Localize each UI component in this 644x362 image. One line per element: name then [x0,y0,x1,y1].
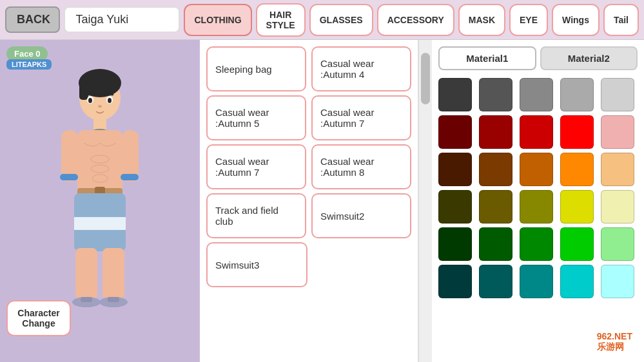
color-swatch-2[interactable] [520,78,553,111]
svg-rect-16 [102,248,124,300]
color-swatch-29[interactable] [601,265,634,298]
clothing-row-1: Casual wear :Autumn 5 Casual wear :Autum… [206,95,411,140]
nav-glasses[interactable]: GLASSES [309,4,373,36]
svg-point-27 [98,105,102,108]
watermark: 962.NET乐游网 [592,329,638,356]
svg-rect-14 [121,174,139,180]
color-panel: Material1 Material2 [432,40,644,362]
color-swatch-8[interactable] [560,115,594,149]
color-swatch-26[interactable] [479,265,512,298]
color-swatch-25[interactable] [438,265,472,298]
clothing-row-2: Casual wear :Autumn 7 Casual wear :Autum… [206,144,411,189]
color-swatch-28[interactable] [560,265,594,298]
nav-hairstyle[interactable]: HAIR STYLE [256,3,306,37]
main-content: Face 0 LITEAPKS [0,40,644,362]
nav-wings[interactable]: Wings [552,4,600,36]
color-swatch-18[interactable] [560,190,594,224]
material-tabs: Material1 Material2 [438,46,638,70]
svg-rect-6 [77,130,122,195]
clothing-list-panel: Sleeping bag Casual wear :Autumn 4 Casua… [200,40,419,362]
color-swatch-19[interactable] [601,190,634,224]
svg-rect-18 [81,297,92,302]
clothing-item-casual-autumn-7b[interactable]: Casual wear :Autumn 7 [206,144,306,189]
color-swatch-12[interactable] [520,153,553,186]
clothing-item-casual-autumn-7a[interactable]: Casual wear :Autumn 7 [311,95,411,140]
color-swatch-15[interactable] [438,190,472,224]
svg-rect-15 [75,248,97,300]
character-change-button[interactable]: Character Change [6,300,71,336]
color-swatch-6[interactable] [479,115,512,149]
nav-tail[interactable]: Tail [603,4,639,36]
material1-tab[interactable]: Material1 [438,46,536,70]
material2-tab[interactable]: Material2 [540,46,638,70]
color-swatch-13[interactable] [560,153,594,186]
svg-point-24 [108,98,112,103]
clothing-row-3: Track and field club Swimsuit2 [206,193,411,238]
back-button[interactable]: BACK [5,6,60,33]
character-panel: Face 0 LITEAPKS [0,40,200,362]
color-swatch-27[interactable] [520,265,553,298]
scroll-bar[interactable] [419,40,432,362]
color-swatch-24[interactable] [601,227,634,261]
color-grid [438,78,638,298]
nav-eye[interactable]: EYE [509,4,548,36]
clothing-row-0: Sleeping bag Casual wear :Autumn 4 [206,46,411,91]
clothing-item-casual-autumn-4[interactable]: Casual wear :Autumn 4 [311,46,411,91]
clothing-item-swimsuit3[interactable]: Swimsuit3 [206,242,307,287]
color-swatch-20[interactable] [438,227,472,261]
liteapks-badge: LITEAPKS [6,59,52,70]
svg-rect-2 [79,81,88,100]
top-bar: BACK Taiga Yuki CLOTHING HAIR STYLE GLAS… [0,0,644,40]
clothing-item-track-field[interactable]: Track and field club [206,193,306,238]
color-swatch-0[interactable] [438,78,472,111]
character-figure [48,69,151,339]
scroll-thumb[interactable] [421,53,430,104]
clothing-item-casual-autumn-5[interactable]: Casual wear :Autumn 5 [206,95,306,140]
color-swatch-22[interactable] [520,227,553,261]
clothing-item-sleeping-bag[interactable]: Sleeping bag [206,46,306,91]
nav-clothing[interactable]: CLOTHING [184,4,251,36]
color-swatch-23[interactable] [560,227,594,261]
svg-rect-20 [108,297,119,302]
color-swatch-7[interactable] [520,115,553,149]
color-swatch-17[interactable] [520,190,553,224]
color-swatch-3[interactable] [560,78,594,111]
color-swatch-16[interactable] [479,190,512,224]
svg-rect-10 [74,217,126,230]
color-swatch-9[interactable] [601,115,634,149]
character-name-display: Taiga Yuki [64,6,180,33]
nav-mask[interactable]: MASK [458,4,505,36]
clothing-item-casual-autumn-8[interactable]: Casual wear :Autumn 8 [311,144,411,189]
color-swatch-1[interactable] [479,78,512,111]
clothing-item-swimsuit2[interactable]: Swimsuit2 [311,193,411,238]
color-swatch-10[interactable] [438,153,472,186]
color-swatch-4[interactable] [601,78,634,111]
clothing-row-4: Swimsuit3 [206,242,411,287]
svg-point-23 [88,98,92,103]
clothing-item-empty [313,242,411,287]
color-swatch-5[interactable] [438,115,472,149]
color-swatch-11[interactable] [479,153,512,186]
svg-rect-12 [60,174,78,180]
color-swatch-14[interactable] [601,153,634,186]
nav-accessory[interactable]: ACCESSORY [377,4,454,36]
color-swatch-21[interactable] [479,227,512,261]
